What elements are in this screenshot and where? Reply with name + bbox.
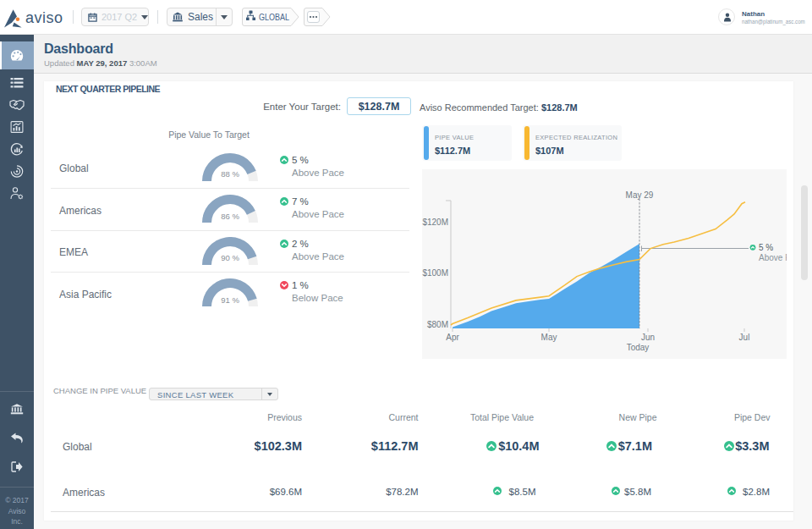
svg-text:Jun: Jun	[641, 333, 655, 342]
svg-text:$100M: $100M	[422, 268, 448, 278]
svg-text:Apr: Apr	[446, 333, 459, 342]
svg-text:5 %: 5 %	[759, 243, 773, 252]
svg-text:$80M: $80M	[427, 320, 448, 329]
svg-text:GLOBAL: GLOBAL	[259, 12, 289, 22]
svg-text:Above Pace: Above Pace	[759, 253, 787, 262]
svg-text:Today: Today	[627, 343, 650, 352]
svg-text:$120M: $120M	[422, 218, 448, 227]
svg-text:May: May	[541, 333, 557, 342]
svg-text:May 29: May 29	[626, 190, 654, 200]
svg-text:Jul: Jul	[739, 333, 750, 342]
